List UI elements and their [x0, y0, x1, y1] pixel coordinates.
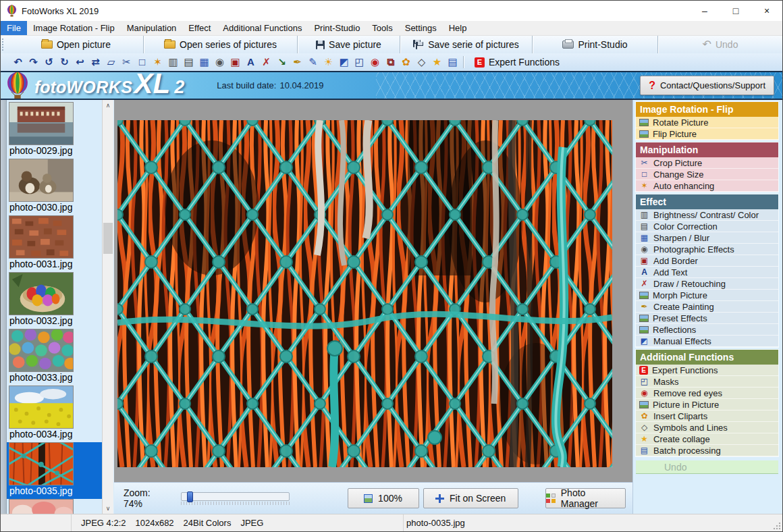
preset-effects-icon[interactable]: ✎: [305, 54, 321, 70]
close-button[interactable]: ×: [751, 1, 782, 21]
expert-functions-item[interactable]: E Expert Functions: [636, 365, 778, 376]
morph-picture-icon[interactable]: ↘: [274, 54, 290, 70]
rotate-ccw-icon[interactable]: ↺: [41, 54, 57, 70]
list-item-photo-0034[interactable]: photo-0034.jpg: [7, 385, 102, 442]
photo-manager-button[interactable]: Photo Manager: [545, 488, 626, 508]
sharpen-blur-item[interactable]: ▦ Sharpen / Blur: [636, 232, 778, 244]
maximize-button[interactable]: □: [720, 1, 751, 21]
list-item-photo-0033[interactable]: photo-0033.jpg: [7, 329, 102, 385]
masks-icon: ◰: [639, 377, 649, 387]
add-text-item[interactable]: A Add Text: [636, 267, 778, 278]
photographic-effects-icon[interactable]: ◉: [212, 54, 227, 70]
menu-print-studio[interactable]: Print-Studio: [308, 21, 366, 35]
menu-help[interactable]: Help: [443, 21, 473, 35]
create-collage-item[interactable]: ★ Create collage: [636, 433, 778, 445]
masks-icon[interactable]: ◰: [352, 54, 367, 70]
fit-on-screen-button[interactable]: Fit on Screen: [423, 488, 518, 508]
symbols-lines-icon[interactable]: ◇: [414, 54, 429, 70]
rotate-right-90-icon[interactable]: ↷: [26, 54, 41, 70]
insert-cliparts-item[interactable]: ✿ Insert Cliparts: [636, 410, 778, 422]
draw-retouching-icon[interactable]: ✗: [259, 54, 274, 70]
zoom-100-button[interactable]: 100%: [348, 488, 419, 508]
photographic-effects-item[interactable]: ◉ Photographic Effects: [636, 244, 778, 255]
undo-toolbar-button[interactable]: ↶ Undo: [658, 36, 782, 53]
menu-file[interactable]: File: [1, 21, 27, 35]
picture-in-picture-icon[interactable]: ⧉: [383, 54, 398, 70]
open-series-button[interactable]: Open series of pictures: [144, 36, 298, 53]
remove-red-eyes-icon[interactable]: ◉: [367, 54, 383, 70]
flip-picture-item[interactable]: Flip Picture: [636, 128, 778, 140]
crop-picture-item[interactable]: ✂ Crop Picture: [636, 157, 778, 169]
list-item-photo-0032[interactable]: photo-0032.jpg: [7, 272, 102, 329]
remove-red-eyes-item[interactable]: ◉ Remove red eyes: [636, 388, 778, 399]
sharpen-blur-icon[interactable]: ▦: [196, 54, 212, 70]
color-correction-icon[interactable]: ▤: [181, 54, 196, 70]
change-size-item[interactable]: □ Change Size: [636, 169, 778, 180]
create-painting-item[interactable]: ✒ Create Painting: [636, 301, 778, 313]
free-rotate-icon[interactable]: ▱: [103, 54, 119, 70]
list-item-photo-0031[interactable]: photo-0031.jpg: [7, 215, 102, 272]
change-size-icon[interactable]: □: [134, 54, 150, 70]
list-item-photo-0030[interactable]: photo-0030.jpg: [7, 159, 102, 215]
save-series-button[interactable]: Save serie of pictures: [400, 36, 533, 53]
scroll-up-arrow-icon[interactable]: ∧: [103, 100, 113, 111]
add-border-item[interactable]: ▣ Add Border: [636, 255, 778, 267]
masks-item[interactable]: ◰ Masks: [636, 376, 778, 388]
scrollbar-thumb[interactable]: [103, 223, 113, 254]
crop-picture-icon[interactable]: ✂: [119, 54, 134, 70]
preset-effects-item[interactable]: Preset Effects: [636, 313, 778, 324]
brightness-contrast-icon[interactable]: ▥: [165, 54, 181, 70]
zoom-slider-track[interactable]: [181, 492, 289, 501]
save-picture-button[interactable]: Save picture: [298, 36, 400, 53]
draw-retouching-item[interactable]: ✗ Draw / Retouching: [636, 278, 778, 290]
symbols-lines-item[interactable]: ◇ Symbols and Lines: [636, 422, 778, 433]
reflections-item[interactable]: Reflections: [636, 324, 778, 336]
menu-additional-functions[interactable]: Additional Functions: [217, 21, 308, 35]
add-border-icon[interactable]: ▣: [227, 54, 243, 70]
auto-enhancing-item[interactable]: ✶ Auto enhancing: [636, 180, 778, 192]
reflections-icon[interactable]: ☀: [321, 54, 336, 70]
menu-tools[interactable]: Tools: [366, 21, 398, 35]
manual-effects-icon[interactable]: ◩: [336, 54, 352, 70]
preset-effects-icon: [639, 315, 649, 322]
rotate-picture-item[interactable]: Rotate Picture: [636, 117, 778, 128]
scroll-down-arrow-icon[interactable]: ∨: [103, 503, 113, 514]
manual-effects-item[interactable]: ◩ Manual Effects: [636, 336, 778, 347]
add-text-icon[interactable]: A: [243, 54, 259, 70]
main-image-fishing-net[interactable]: [117, 120, 612, 467]
sidebar-scrollbar[interactable]: ∧ ∨: [102, 100, 113, 514]
undo-panel-button-disabled[interactable]: Undo: [636, 460, 778, 474]
list-item-photo-0035-selected[interactable]: photo-0035.jpg: [7, 442, 102, 499]
create-painting-icon[interactable]: ✒: [290, 54, 305, 70]
filename-label: photo-0035.jpg: [9, 485, 102, 497]
insert-cliparts-icon[interactable]: ✿: [398, 54, 414, 70]
zoom-slider[interactable]: [181, 492, 289, 505]
rotate-left-90-icon[interactable]: ↶: [10, 54, 26, 70]
print-studio-button[interactable]: Print-Studio: [533, 36, 658, 53]
flip-picture-icon[interactable]: ⇄: [88, 54, 103, 70]
menu-manipulation[interactable]: Manipulation: [121, 21, 183, 35]
brightness-contrast-item[interactable]: ▥ Brightness/ Contrast/ Color: [636, 209, 778, 221]
rotate-cw-icon[interactable]: ↻: [57, 54, 72, 70]
toolbar-grip[interactable]: [2, 38, 7, 51]
flip-picture-label: Flip Picture: [653, 129, 697, 139]
contact-support-button[interactable]: ? Contact/Questions/Support: [640, 76, 774, 95]
auto-enhancing-icon[interactable]: ✶: [150, 54, 165, 70]
window-resize-grip[interactable]: [773, 522, 781, 530]
menu-effect[interactable]: Effect: [182, 21, 217, 35]
menu-image-rotation-flip[interactable]: Image Rotation - Flip: [27, 21, 121, 35]
picture-in-picture-item[interactable]: Picture in Picture: [636, 399, 778, 410]
minimize-button[interactable]: –: [689, 1, 720, 21]
menu-settings[interactable]: Settings: [399, 21, 443, 35]
open-picture-button[interactable]: Open picture: [9, 36, 144, 53]
morph-picture-item[interactable]: Morph Picture: [636, 290, 778, 301]
rotate-180-icon[interactable]: ↩: [72, 54, 88, 70]
color-correction-item[interactable]: ▤ Color Correction: [636, 221, 778, 232]
create-collage-icon[interactable]: ★: [429, 54, 445, 70]
list-item-photo-0036-partial[interactable]: [7, 499, 102, 514]
batch-processing-icon[interactable]: ▤: [445, 54, 460, 70]
expert-functions-button[interactable]: E Expert Functions: [469, 57, 565, 68]
list-item-photo-0029[interactable]: photo-0029.jpg: [7, 102, 102, 159]
batch-processing-item[interactable]: ▤ Batch processing: [636, 445, 778, 456]
zoom-slider-thumb[interactable]: [187, 491, 193, 502]
